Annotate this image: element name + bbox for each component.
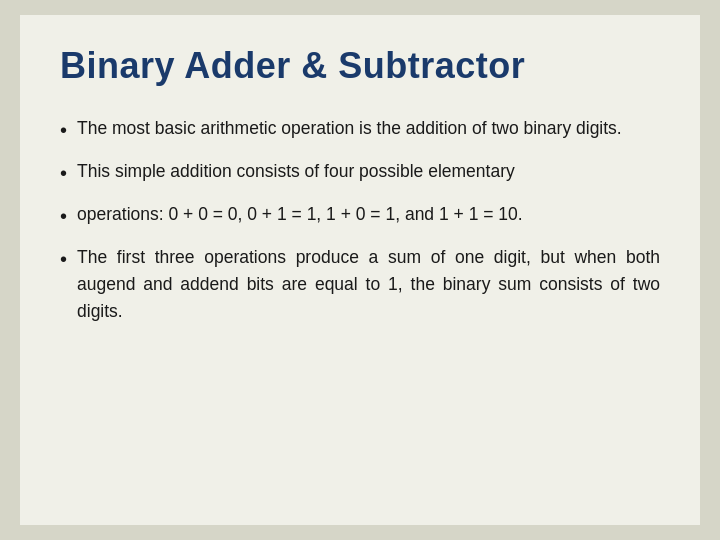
bullet-text-2: This simple addition consists of four po… [77, 158, 660, 185]
bullet-text-1: The most basic arithmetic operation is t… [77, 115, 660, 142]
bullet-dot-3: • [60, 202, 67, 230]
list-item: • The most basic arithmetic operation is… [60, 115, 660, 144]
slide-container: Binary Adder & Subtractor • The most bas… [20, 15, 700, 525]
bullet-list: • The most basic arithmetic operation is… [60, 115, 660, 325]
bullet-dot-1: • [60, 116, 67, 144]
slide-title: Binary Adder & Subtractor [60, 45, 660, 87]
list-item: • This simple addition consists of four … [60, 158, 660, 187]
bullet-text-4: The first three operations produce a sum… [77, 244, 660, 325]
bullet-text-3: operations: 0 + 0 = 0, 0 + 1 = 1, 1 + 0 … [77, 201, 660, 228]
bullet-dot-4: • [60, 245, 67, 273]
bullet-dot-2: • [60, 159, 67, 187]
list-item: • The first three operations produce a s… [60, 244, 660, 325]
list-item: • operations: 0 + 0 = 0, 0 + 1 = 1, 1 + … [60, 201, 660, 230]
